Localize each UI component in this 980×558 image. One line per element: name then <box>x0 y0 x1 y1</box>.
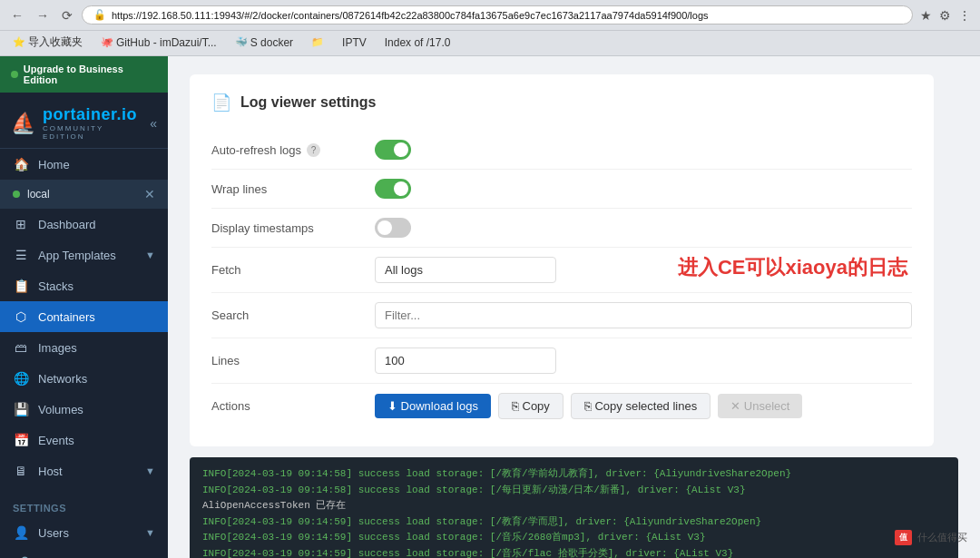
refresh-button[interactable]: ⟳ <box>58 6 76 24</box>
panel-icon: 📄 <box>211 93 231 113</box>
sidebar-item-volumes[interactable]: 💾 Volumes <box>0 394 168 425</box>
users-chevron-icon: ▼ <box>145 527 155 538</box>
log-line: AliOpenAccessToken 已存在 <box>202 498 946 514</box>
bookmark-index[interactable]: Index of /17.0 <box>379 34 456 51</box>
logo-sub-text: COMMUNITY EDITION <box>43 124 142 141</box>
wrap-lines-control <box>375 179 912 199</box>
log-line: INFO[2024-03-19 09:14:59] success load s… <box>202 546 946 558</box>
containers-label: Containers <box>38 310 155 324</box>
back-button[interactable]: ← <box>7 6 27 24</box>
bookmark-github[interactable]: 🐙 GitHub - imDazui/T... <box>95 34 222 51</box>
sidebar-item-containers[interactable]: ⬡ Containers <box>0 301 168 332</box>
fetch-control: All logs Last 100 lines Last 500 lines L… <box>375 257 912 283</box>
bookmark-docker[interactable]: 🐳 S docker <box>230 34 299 51</box>
env-header[interactable]: local ✕ <box>0 180 168 209</box>
sidebar-item-networks[interactable]: 🌐 Networks <box>0 363 168 394</box>
timestamps-slider <box>375 218 411 238</box>
sidebar-logo: ⛵ portainer.io COMMUNITY EDITION « <box>0 93 168 149</box>
portainer-icon: ⛵ <box>11 112 35 135</box>
sidebar-item-host[interactable]: 🖥 Host ▼ <box>0 455 168 486</box>
auto-refresh-control <box>375 140 912 160</box>
help-icon[interactable]: ? <box>307 143 320 157</box>
volumes-icon: 💾 <box>13 402 29 416</box>
display-timestamps-row: Display timestamps <box>211 209 912 248</box>
settings-panel: 📄 Log viewer settings Auto-refresh logs … <box>190 74 934 446</box>
fetch-label: Fetch <box>211 263 375 277</box>
toggle-slider <box>375 140 411 160</box>
app-templates-label: App Templates <box>38 249 136 262</box>
address-bar[interactable]: 🔓 https://192.168.50.111:19943/#/2/docke… <box>82 5 913 24</box>
bookmark-folder[interactable]: 📁 <box>306 34 329 50</box>
browser-chrome: ← → ⟳ 🔓 https://192.168.50.111:19943/#/2… <box>0 0 980 31</box>
search-control <box>375 302 912 328</box>
search-label: Search <box>211 308 375 322</box>
sidebar-item-users[interactable]: 👤 Users ▼ <box>0 517 168 548</box>
images-icon: 🗃 <box>13 340 29 355</box>
images-label: Images <box>38 341 155 355</box>
home-icon: 🏠 <box>13 157 29 171</box>
fetch-row: Fetch All logs Last 100 lines Last 500 l… <box>211 248 912 293</box>
users-label: Users <box>38 526 136 540</box>
actions-control: ⬇ Download logs ⎘ Copy ⎘ Copy selected l… <box>375 393 912 419</box>
display-timestamps-toggle[interactable] <box>375 218 411 238</box>
sidebar-item-images[interactable]: 🗃 Images <box>0 332 168 363</box>
log-line: INFO[2024-03-19 09:14:59] success load s… <box>202 530 946 546</box>
upgrade-banner[interactable]: Upgrade to Business Edition <box>0 56 168 93</box>
chevron-down-icon: ▼ <box>145 250 155 260</box>
actions-label: Actions <box>211 399 375 413</box>
display-timestamps-control <box>375 218 912 238</box>
star-icon[interactable]: ★ <box>918 6 934 24</box>
actions-row-container: Actions ⬇ Download logs ⎘ Copy ⎘ Copy se… <box>211 384 912 428</box>
bookmark-imports[interactable]: ⭐ 导入收藏夹 <box>7 33 88 52</box>
bookmarks-bar: ⭐ 导入收藏夹 🐙 GitHub - imDazui/T... 🐳 S dock… <box>0 31 980 56</box>
browser-icons: ★ ⚙ ⋮ <box>918 6 973 24</box>
bookmark-iptv[interactable]: IPTV <box>337 34 372 51</box>
main-layout: Upgrade to Business Edition ⛵ portainer.… <box>0 56 980 558</box>
download-logs-button[interactable]: ⬇ Download logs <box>375 394 491 418</box>
sidebar-collapse-button[interactable]: « <box>150 116 157 131</box>
content-area: 📄 Log viewer settings Auto-refresh logs … <box>168 56 980 558</box>
app-templates-icon: ☰ <box>13 248 29 262</box>
containers-icon: ⬡ <box>13 309 29 324</box>
fetch-select[interactable]: All logs Last 100 lines Last 500 lines L… <box>375 257 556 283</box>
host-label: Host <box>38 465 136 478</box>
sidebar-item-dashboard[interactable]: ⊞ Dashboard <box>0 209 168 240</box>
host-chevron-icon: ▼ <box>145 465 155 476</box>
stacks-icon: 📋 <box>13 279 29 293</box>
sidebar-item-environments[interactable]: 🔗 Environments ▼ <box>0 548 168 558</box>
extensions-icon[interactable]: ⚙ <box>937 6 953 24</box>
forward-button[interactable]: → <box>33 6 53 24</box>
unselect-button[interactable]: ✕ Unselect <box>718 394 802 418</box>
dashboard-label: Dashboard <box>38 218 155 231</box>
copy-button[interactable]: ⎘ Copy <box>498 393 564 419</box>
menu-icon[interactable]: ⋮ <box>956 6 973 24</box>
auto-refresh-toggle[interactable] <box>375 140 411 160</box>
log-area[interactable]: INFO[2024-03-19 09:14:58] success load s… <box>190 457 958 558</box>
sidebar-item-home[interactable]: 🏠 Home <box>0 149 168 180</box>
lines-input[interactable] <box>375 348 556 374</box>
log-line: INFO[2024-03-19 09:14:59] success load s… <box>202 514 946 531</box>
lines-control <box>375 348 912 374</box>
events-icon: 📅 <box>13 433 29 447</box>
sidebar: Upgrade to Business Edition ⛵ portainer.… <box>0 56 168 558</box>
wrap-lines-toggle[interactable] <box>375 179 411 199</box>
portainer-logo-block: portainer.io COMMUNITY EDITION <box>43 105 142 141</box>
settings-section-label: Settings <box>0 494 168 517</box>
search-input[interactable] <box>375 302 912 328</box>
dashboard-icon: ⊞ <box>13 217 29 231</box>
panel-header: 📄 Log viewer settings <box>211 93 912 113</box>
url-text: https://192.168.50.111:19943/#/2/docker/… <box>112 10 709 21</box>
sidebar-item-app-templates[interactable]: ☰ App Templates ▼ <box>0 240 168 270</box>
display-timestamps-label: Display timestamps <box>211 221 375 235</box>
env-close-icon[interactable]: ✕ <box>144 187 155 201</box>
wrap-lines-row: Wrap lines <box>211 170 912 209</box>
auto-refresh-label: Auto-refresh logs ? <box>211 143 375 157</box>
networks-label: Networks <box>38 372 155 386</box>
sidebar-item-stacks[interactable]: 📋 Stacks <box>0 270 168 301</box>
copy-selected-button[interactable]: ⎘ Copy selected lines <box>571 393 710 419</box>
sidebar-item-events[interactable]: 📅 Events <box>0 425 168 455</box>
lines-label: Lines <box>211 354 375 367</box>
upgrade-banner-text: Upgrade to Business Edition <box>24 64 157 85</box>
actions-row: ⬇ Download logs ⎘ Copy ⎘ Copy selected l… <box>375 393 912 419</box>
lines-row: Lines <box>211 338 912 384</box>
